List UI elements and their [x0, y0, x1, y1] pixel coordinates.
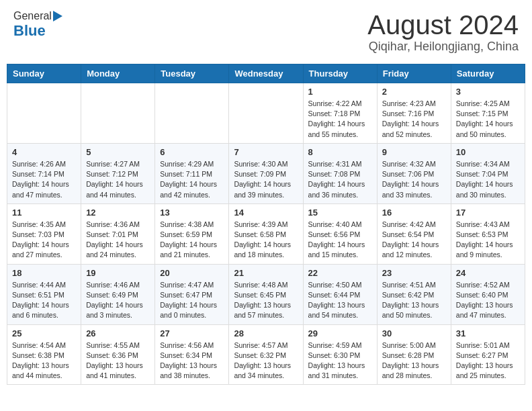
day-number: 10 — [456, 147, 520, 157]
table-row: 14Sunrise: 4:39 AM Sunset: 6:58 PM Dayli… — [229, 203, 303, 264]
table-row: 26Sunrise: 4:55 AM Sunset: 6:36 PM Dayli… — [81, 324, 155, 385]
table-row: 5Sunrise: 4:27 AM Sunset: 7:12 PM Daylig… — [81, 143, 155, 203]
logo-triangle-icon — [53, 11, 62, 21]
table-row: 23Sunrise: 4:51 AM Sunset: 6:42 PM Dayli… — [377, 264, 451, 324]
day-number: 29 — [308, 328, 372, 338]
day-info: Sunrise: 4:35 AM Sunset: 7:03 PM Dayligh… — [12, 220, 76, 261]
day-number: 2 — [382, 87, 446, 97]
day-info: Sunrise: 4:46 AM Sunset: 6:49 PM Dayligh… — [86, 280, 150, 321]
day-info: Sunrise: 5:00 AM Sunset: 6:28 PM Dayligh… — [382, 340, 446, 381]
table-row — [81, 83, 155, 144]
day-info: Sunrise: 4:38 AM Sunset: 6:59 PM Dayligh… — [160, 220, 224, 261]
table-row: 20Sunrise: 4:47 AM Sunset: 6:47 PM Dayli… — [155, 264, 229, 324]
calendar-week-3: 11Sunrise: 4:35 AM Sunset: 7:03 PM Dayli… — [7, 203, 525, 264]
table-row: 31Sunrise: 5:01 AM Sunset: 6:27 PM Dayli… — [451, 324, 525, 385]
day-number: 20 — [160, 268, 224, 278]
day-info: Sunrise: 4:57 AM Sunset: 6:32 PM Dayligh… — [234, 340, 298, 381]
day-info: Sunrise: 5:01 AM Sunset: 6:27 PM Dayligh… — [456, 340, 520, 381]
day-number: 14 — [234, 208, 298, 218]
table-row: 18Sunrise: 4:44 AM Sunset: 6:51 PM Dayli… — [7, 264, 81, 324]
day-number: 3 — [456, 87, 520, 97]
page-header: General Blue August 2024 Qiqihar, Heilon… — [7, 7, 525, 57]
logo-general-text: General — [13, 10, 52, 22]
table-row: 27Sunrise: 4:56 AM Sunset: 6:34 PM Dayli… — [155, 324, 229, 385]
table-row: 11Sunrise: 4:35 AM Sunset: 7:03 PM Dayli… — [7, 203, 81, 264]
day-number: 1 — [308, 87, 372, 97]
day-number: 31 — [456, 328, 520, 338]
day-number: 6 — [160, 147, 224, 157]
table-row: 16Sunrise: 4:42 AM Sunset: 6:54 PM Dayli… — [377, 203, 451, 264]
day-info: Sunrise: 4:52 AM Sunset: 6:40 PM Dayligh… — [456, 280, 520, 321]
day-number: 21 — [234, 268, 298, 278]
day-info: Sunrise: 4:55 AM Sunset: 6:36 PM Dayligh… — [86, 340, 150, 381]
day-number: 13 — [160, 208, 224, 218]
table-row: 15Sunrise: 4:40 AM Sunset: 6:56 PM Dayli… — [303, 203, 377, 264]
table-row: 1Sunrise: 4:22 AM Sunset: 7:18 PM Daylig… — [303, 83, 377, 144]
month-year-title: August 2024 — [367, 10, 519, 40]
day-number: 27 — [160, 328, 224, 338]
calendar-week-1: 1Sunrise: 4:22 AM Sunset: 7:18 PM Daylig… — [7, 83, 525, 144]
table-row: 8Sunrise: 4:31 AM Sunset: 7:08 PM Daylig… — [303, 143, 377, 203]
table-row: 12Sunrise: 4:36 AM Sunset: 7:01 PM Dayli… — [81, 203, 155, 264]
day-info: Sunrise: 4:31 AM Sunset: 7:08 PM Dayligh… — [308, 159, 372, 200]
location-subtitle: Qiqihar, Heilongjiang, China — [367, 40, 519, 54]
table-row — [229, 83, 303, 144]
day-info: Sunrise: 4:44 AM Sunset: 6:51 PM Dayligh… — [12, 280, 76, 321]
calendar-week-2: 4Sunrise: 4:26 AM Sunset: 7:14 PM Daylig… — [7, 143, 525, 203]
col-wednesday: Wednesday — [229, 64, 303, 83]
col-tuesday: Tuesday — [155, 64, 229, 83]
day-number: 15 — [308, 208, 372, 218]
table-row — [7, 83, 81, 144]
table-row: 3Sunrise: 4:25 AM Sunset: 7:15 PM Daylig… — [451, 83, 525, 144]
day-info: Sunrise: 4:43 AM Sunset: 6:53 PM Dayligh… — [456, 220, 520, 261]
day-info: Sunrise: 4:40 AM Sunset: 6:56 PM Dayligh… — [308, 220, 372, 261]
table-row: 9Sunrise: 4:32 AM Sunset: 7:06 PM Daylig… — [377, 143, 451, 203]
day-info: Sunrise: 4:59 AM Sunset: 6:30 PM Dayligh… — [308, 340, 372, 381]
day-number: 11 — [12, 208, 76, 218]
table-row: 2Sunrise: 4:23 AM Sunset: 7:16 PM Daylig… — [377, 83, 451, 144]
table-row: 22Sunrise: 4:50 AM Sunset: 6:44 PM Dayli… — [303, 264, 377, 324]
day-number: 8 — [308, 147, 372, 157]
day-info: Sunrise: 4:27 AM Sunset: 7:12 PM Dayligh… — [86, 159, 150, 200]
day-info: Sunrise: 4:30 AM Sunset: 7:09 PM Dayligh… — [234, 159, 298, 200]
col-sunday: Sunday — [7, 64, 81, 83]
day-number: 23 — [382, 268, 446, 278]
day-info: Sunrise: 4:54 AM Sunset: 6:38 PM Dayligh… — [12, 340, 76, 381]
day-info: Sunrise: 4:39 AM Sunset: 6:58 PM Dayligh… — [234, 220, 298, 261]
table-row: 17Sunrise: 4:43 AM Sunset: 6:53 PM Dayli… — [451, 203, 525, 264]
day-info: Sunrise: 4:47 AM Sunset: 6:47 PM Dayligh… — [160, 280, 224, 321]
day-info: Sunrise: 4:48 AM Sunset: 6:45 PM Dayligh… — [234, 280, 298, 321]
day-info: Sunrise: 4:23 AM Sunset: 7:16 PM Dayligh… — [382, 99, 446, 140]
table-row: 7Sunrise: 4:30 AM Sunset: 7:09 PM Daylig… — [229, 143, 303, 203]
day-number: 22 — [308, 268, 372, 278]
day-info: Sunrise: 4:50 AM Sunset: 6:44 PM Dayligh… — [308, 280, 372, 321]
col-saturday: Saturday — [451, 64, 525, 83]
day-info: Sunrise: 4:56 AM Sunset: 6:34 PM Dayligh… — [160, 340, 224, 381]
day-number: 12 — [86, 208, 150, 218]
day-number: 24 — [456, 268, 520, 278]
day-info: Sunrise: 4:51 AM Sunset: 6:42 PM Dayligh… — [382, 280, 446, 321]
day-info: Sunrise: 4:34 AM Sunset: 7:04 PM Dayligh… — [456, 159, 520, 200]
day-number: 19 — [86, 268, 150, 278]
logo-blue-text: Blue — [13, 22, 46, 40]
table-row: 6Sunrise: 4:29 AM Sunset: 7:11 PM Daylig… — [155, 143, 229, 203]
day-number: 5 — [86, 147, 150, 157]
table-row: 19Sunrise: 4:46 AM Sunset: 6:49 PM Dayli… — [81, 264, 155, 324]
day-number: 7 — [234, 147, 298, 157]
day-number: 9 — [382, 147, 446, 157]
calendar-week-4: 18Sunrise: 4:44 AM Sunset: 6:51 PM Dayli… — [7, 264, 525, 324]
day-info: Sunrise: 4:26 AM Sunset: 7:14 PM Dayligh… — [12, 159, 76, 200]
day-number: 30 — [382, 328, 446, 338]
table-row: 29Sunrise: 4:59 AM Sunset: 6:30 PM Dayli… — [303, 324, 377, 385]
title-section: August 2024 Qiqihar, Heilongjiang, China — [367, 10, 519, 54]
table-row: 13Sunrise: 4:38 AM Sunset: 6:59 PM Dayli… — [155, 203, 229, 264]
col-monday: Monday — [81, 64, 155, 83]
day-number: 26 — [86, 328, 150, 338]
day-info: Sunrise: 4:22 AM Sunset: 7:18 PM Dayligh… — [308, 99, 372, 140]
table-row: 25Sunrise: 4:54 AM Sunset: 6:38 PM Dayli… — [7, 324, 81, 385]
day-number: 4 — [12, 147, 76, 157]
table-row — [155, 83, 229, 144]
day-number: 16 — [382, 208, 446, 218]
calendar-table: Sunday Monday Tuesday Wednesday Thursday… — [7, 64, 525, 385]
day-info: Sunrise: 4:42 AM Sunset: 6:54 PM Dayligh… — [382, 220, 446, 261]
